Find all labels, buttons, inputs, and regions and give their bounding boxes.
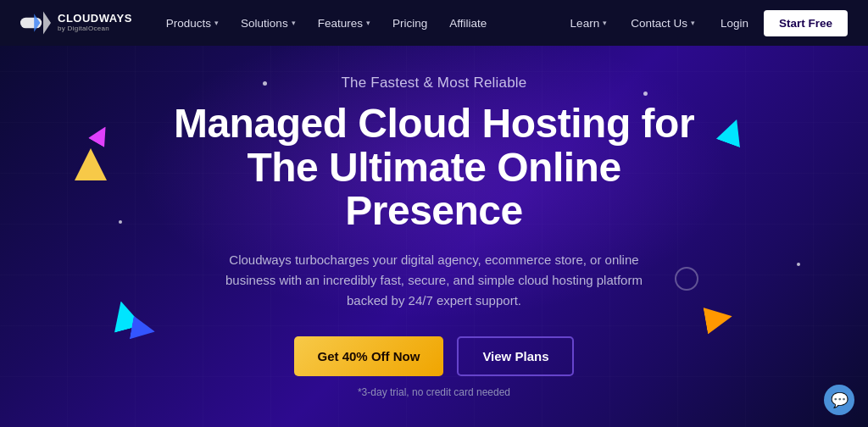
chevron-down-icon: ▾ (366, 19, 370, 27)
get-discount-button[interactable]: Get 40% Off Now (294, 336, 444, 376)
nav-link-learn[interactable]: Learn ▾ (560, 12, 618, 35)
chevron-down-icon: ▾ (603, 19, 607, 27)
chevron-down-icon: ▾ (214, 19, 219, 27)
decoration-triangle-yellow (75, 148, 107, 180)
svg-marker-1 (43, 12, 51, 35)
hero-fine-print: *3-day trial, no credit card needed (163, 386, 705, 398)
start-free-button[interactable]: Start Free (764, 10, 848, 36)
hero-subtitle: The Fastest & Most Reliable (163, 75, 705, 92)
login-link[interactable]: Login (709, 12, 760, 35)
hero-section: CLOUDWAYS by DigitalOcean Products ▾ Sol… (0, 0, 868, 427)
nav-link-affiliate[interactable]: Affiliate (439, 12, 497, 35)
nav-link-products[interactable]: Products ▾ (156, 12, 229, 35)
main-nav: CLOUDWAYS by DigitalOcean Products ▾ Sol… (0, 0, 868, 46)
logo-cloudways-label: CLOUDWAYS (58, 13, 132, 25)
nav-link-features[interactable]: Features ▾ (308, 12, 381, 35)
view-plans-button[interactable]: View Plans (457, 336, 574, 376)
chevron-down-icon: ▾ (691, 19, 695, 27)
decoration-triangle-pink (88, 122, 114, 147)
chevron-down-icon: ▾ (292, 19, 296, 27)
hero-content: The Fastest & Most Reliable Managed Clou… (146, 75, 722, 398)
chat-support-button[interactable]: 💬 (824, 385, 854, 415)
nav-links-group: Products ▾ Solutions ▾ Features ▾ Pricin… (156, 12, 560, 35)
logo-link[interactable]: CLOUDWAYS by DigitalOcean (20, 11, 132, 35)
logo-bydo-label: by DigitalOcean (58, 25, 132, 33)
hero-cta-buttons: Get 40% Off Now View Plans (163, 336, 705, 376)
logo-text-block: CLOUDWAYS by DigitalOcean (58, 13, 132, 32)
nav-link-pricing[interactable]: Pricing (382, 12, 437, 35)
hero-description: Cloudways turbocharges your digital agen… (222, 250, 646, 311)
nav-link-solutions[interactable]: Solutions ▾ (231, 12, 306, 35)
hero-title: Managed Cloud Hosting for The Ultimate O… (163, 102, 705, 233)
svg-marker-2 (34, 14, 40, 32)
logo-svg (20, 11, 51, 35)
nav-link-contact[interactable]: Contact Us ▾ (620, 12, 705, 35)
decoration-dot-2 (119, 220, 122, 224)
decoration-dot-3 (797, 263, 800, 266)
chat-icon: 💬 (831, 391, 849, 409)
nav-right-group: Learn ▾ Contact Us ▾ Login Start Free (560, 10, 848, 36)
